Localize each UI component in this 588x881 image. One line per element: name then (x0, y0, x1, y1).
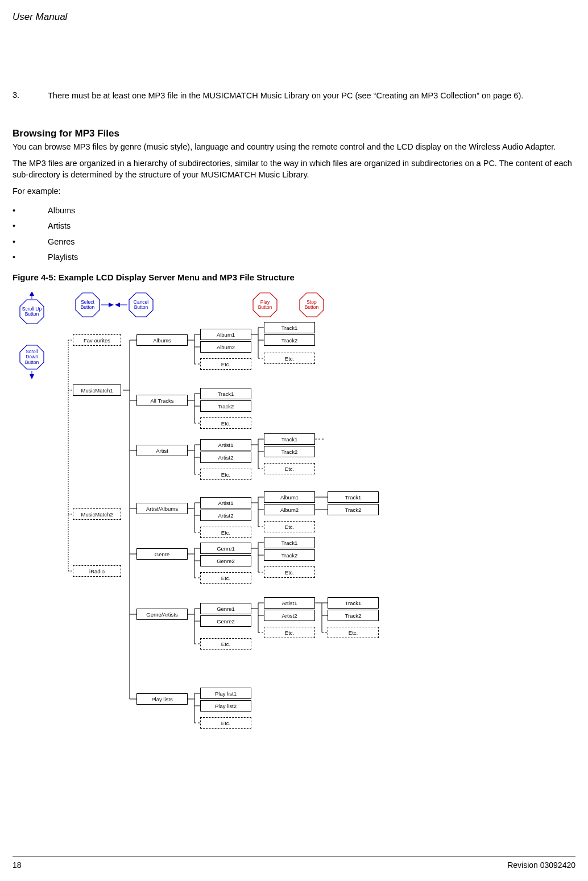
node-etc: Etc. (264, 627, 315, 638)
paragraph-3: For example: (13, 186, 575, 197)
node-all-tracks: All Tracks (136, 395, 188, 406)
paragraph-2: The MP3 files are organized in a hierarc… (13, 158, 575, 180)
node-track1: Track1 (264, 433, 315, 445)
figure-caption: Figure 4-5: Example LCD Display Server M… (13, 272, 575, 282)
step-text: There must be at least one MP3 file in t… (48, 90, 575, 102)
bullet-text: Albums (48, 203, 75, 219)
node-etc: Etc. (200, 469, 251, 480)
node-track1: Track1 (264, 322, 315, 333)
scroll-down-button-icon: ScrollDownButton (19, 345, 44, 370)
section-heading: Browsing for MP3 Files (13, 128, 575, 139)
node-track2: Track2 (200, 400, 251, 412)
octagon-label: StopButton (305, 300, 319, 311)
node-etc: Etc. (200, 358, 251, 370)
list-item: •Genres (13, 234, 575, 250)
node-etc: Etc. (328, 627, 379, 638)
bullet-text: Genres (48, 234, 75, 250)
stop-button-icon: StopButton (299, 292, 324, 317)
bullet-list: •Albums •Artists •Genres •Playlists (13, 203, 575, 266)
node-track1: Track1 (328, 491, 379, 503)
node-playlist2: Play list2 (200, 700, 251, 712)
revision-label: Revision 03092420 (507, 861, 575, 870)
node-etc: Etc. (264, 566, 315, 578)
cancel-button-icon: CancelButton (129, 292, 154, 317)
node-album2: Album2 (264, 504, 315, 515)
svg-marker-9 (30, 374, 34, 379)
node-track1: Track1 (328, 597, 379, 609)
node-album1: Album1 (200, 329, 251, 340)
scroll-up-button-icon: Scroll UpButton (19, 299, 44, 324)
node-playlist1: Play list1 (200, 688, 251, 699)
bullet-text: Artists (48, 218, 71, 234)
play-button-icon: PlayButton (252, 292, 278, 317)
list-item: •Albums (13, 203, 575, 219)
node-artist1: Artist1 (200, 497, 251, 508)
svg-marker-13 (115, 303, 120, 307)
node-etc: Etc. (200, 572, 251, 584)
node-genre2: Genre2 (200, 555, 251, 566)
octagon-label: Scroll UpButton (22, 307, 42, 317)
node-etc: Etc. (264, 463, 315, 474)
node-artist2: Artist2 (200, 510, 251, 521)
paragraph-1: You can browse MP3 files by genre (music… (13, 142, 575, 153)
node-track1: Track1 (200, 388, 251, 399)
node-track2: Track2 (264, 446, 315, 457)
page-header: User Manual (13, 11, 575, 25)
node-musicmatch2: MusicMatch2 (73, 508, 121, 520)
node-artist: Artist (136, 445, 188, 456)
node-genre2: Genre2 (200, 615, 251, 627)
node-artist-albums: Artist/Albums (136, 503, 188, 514)
node-genre1: Genre1 (200, 603, 251, 614)
hierarchy-diagram: Scroll UpButton ScrollDownButton SelectB… (9, 292, 407, 733)
bullet-text: Playlists (48, 250, 78, 266)
svg-marker-11 (109, 303, 114, 307)
node-genre-artists: Genre/Artists (136, 609, 188, 620)
page-footer: 18 Revision 03092420 (13, 857, 575, 870)
node-genre: Genre (136, 548, 188, 560)
node-etc: Etc. (200, 717, 251, 729)
node-track2: Track2 (328, 610, 379, 621)
node-album2: Album2 (200, 341, 251, 353)
node-artist2: Artist2 (200, 452, 251, 463)
node-favourites: Fav ourites (73, 334, 121, 346)
node-albums: Albums (136, 334, 188, 346)
octagon-label: PlayButton (258, 300, 272, 311)
node-artist2: Artist2 (264, 610, 315, 621)
node-etc: Etc. (200, 638, 251, 650)
numbered-step: 3. There must be at least one MP3 file i… (13, 90, 575, 102)
node-track2: Track2 (264, 334, 315, 346)
octagon-label: ScrollDownButton (25, 349, 39, 365)
node-track1: Track1 (264, 537, 315, 548)
node-etc: Etc. (264, 353, 315, 364)
node-etc: Etc. (200, 527, 251, 538)
octagon-label: CancelButton (134, 300, 148, 311)
node-artist1: Artist1 (200, 439, 251, 450)
select-button-icon: SelectButton (75, 292, 100, 317)
octagon-label: SelectButton (81, 300, 95, 311)
page-number: 18 (13, 861, 22, 870)
node-artist1: Artist1 (264, 597, 315, 609)
svg-marker-7 (30, 292, 34, 296)
node-track2: Track2 (264, 549, 315, 561)
node-genre1: Genre1 (200, 543, 251, 554)
list-item: •Artists (13, 218, 575, 234)
node-album1: Album1 (264, 491, 315, 503)
node-playlists: Play lists (136, 693, 188, 705)
node-track2: Track2 (328, 504, 379, 515)
list-item: •Playlists (13, 250, 575, 266)
step-number: 3. (13, 90, 48, 102)
node-iradio: iRadio (73, 565, 121, 577)
node-musicmatch1: MusicMatch1 (73, 384, 121, 396)
node-etc: Etc. (264, 521, 315, 532)
node-etc: Etc. (200, 417, 251, 429)
